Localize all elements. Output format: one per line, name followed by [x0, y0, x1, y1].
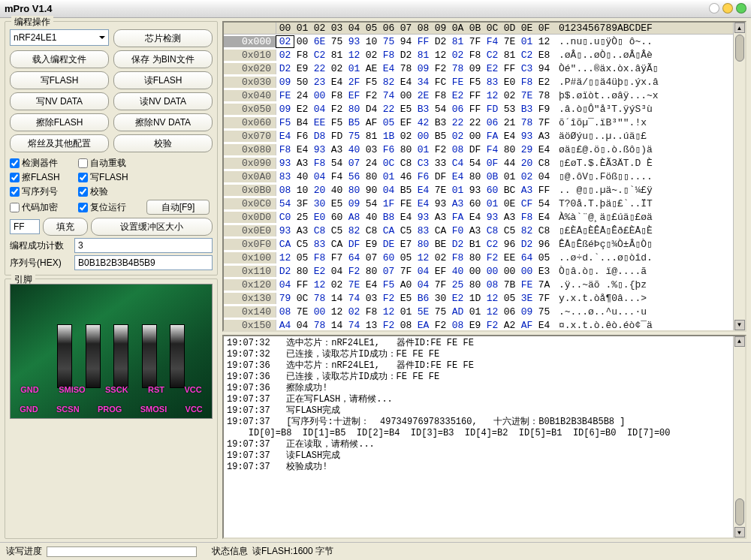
hex-row[interactable]: 0x0C0543F30E509541FFEE493A360010ECF54T?0…	[224, 197, 745, 210]
hex-byte[interactable]: 20	[518, 158, 535, 169]
hex-byte[interactable]: A3	[294, 225, 311, 236]
hex-byte[interactable]: 09	[345, 198, 363, 209]
hex-byte[interactable]: 02	[397, 131, 415, 142]
hex-byte[interactable]: 00	[311, 306, 328, 318]
hex-byte[interactable]: 02	[449, 50, 466, 61]
hex-byte[interactable]: 03	[363, 144, 380, 155]
hex-byte[interactable]: 09	[518, 306, 535, 318]
hex-byte[interactable]: E5	[328, 198, 345, 209]
auto-f9-button[interactable]: 自动[F9]	[146, 200, 210, 215]
hex-byte[interactable]: 14	[328, 293, 345, 304]
hex-byte[interactable]: 7E	[518, 90, 535, 101]
hex-byte[interactable]: 42	[415, 117, 432, 128]
hex-byte[interactable]: 01	[466, 306, 484, 318]
hex-byte[interactable]: 12	[484, 306, 501, 318]
hex-byte[interactable]: 01	[449, 185, 466, 196]
hex-byte[interactable]: B3	[518, 104, 535, 115]
hex-byte[interactable]: 60	[466, 198, 484, 209]
hex-byte[interactable]: 03	[363, 293, 380, 304]
hex-byte[interactable]: 00	[484, 266, 501, 277]
hex-byte[interactable]: FF	[535, 185, 553, 196]
hex-byte[interactable]: EF	[432, 266, 449, 277]
hex-row[interactable]: 0x0B008102040809004B5E47E019360BCA3FF.. …	[224, 183, 745, 197]
hex-byte[interactable]: 96	[535, 239, 553, 250]
hex-byte[interactable]: 93	[276, 158, 294, 169]
hex-byte[interactable]: F2	[345, 266, 363, 277]
hex-byte[interactable]: CA	[380, 225, 397, 236]
hex-byte[interactable]: 90	[363, 185, 380, 196]
hex-byte[interactable]: F8	[380, 50, 397, 61]
hex-byte[interactable]: E0	[311, 212, 328, 223]
hex-byte[interactable]: DF	[432, 171, 449, 182]
hex-byte[interactable]: C5	[397, 225, 415, 236]
hex-byte[interactable]: F2	[484, 320, 501, 331]
hex-byte[interactable]: A3	[518, 185, 535, 196]
hex-byte[interactable]: 80	[345, 104, 363, 115]
hex-byte[interactable]: 64	[345, 252, 363, 263]
hex-byte[interactable]: F5	[466, 77, 484, 88]
hex-byte[interactable]: F4	[328, 171, 345, 182]
hex-byte[interactable]: 08	[484, 279, 501, 291]
hex-byte[interactable]: 00	[501, 266, 518, 277]
hex-byte[interactable]: 7F	[466, 36, 484, 47]
hex-byte[interactable]: E4	[415, 198, 432, 209]
hex-byte[interactable]: 07	[345, 158, 363, 169]
hex-byte[interactable]: E0	[501, 77, 518, 88]
hex-byte[interactable]: 05	[501, 293, 518, 304]
hex-byte[interactable]: 94	[535, 63, 553, 74]
hex-byte[interactable]: 79	[276, 293, 294, 304]
hex-byte[interactable]: FF	[294, 279, 311, 291]
hex-byte[interactable]: 7E	[501, 36, 518, 47]
hex-row[interactable]: 0x030095023E42FF582E434FCFEF583E0F8E2.P#…	[224, 75, 745, 89]
hex-byte[interactable]: 05	[380, 117, 397, 128]
fuse-config-button[interactable]: 熔丝及其他配置	[10, 134, 109, 152]
hex-byte[interactable]: 23	[311, 77, 328, 88]
hex-byte[interactable]: F5	[328, 117, 345, 128]
hex-byte[interactable]: F9	[535, 104, 553, 115]
hex-byte[interactable]: C8	[363, 225, 380, 236]
scroll-down-icon[interactable]: ▼	[734, 320, 745, 330]
detect-button[interactable]: 芯片检测	[113, 29, 213, 47]
hex-row[interactable]: 0x070E4F6D8FD75811B0200B50200FAE493A3äöØ…	[224, 129, 745, 143]
hex-byte[interactable]: 80	[466, 252, 484, 263]
hex-byte[interactable]: B3	[432, 117, 449, 128]
hex-byte[interactable]: E2	[294, 104, 311, 115]
hex-byte[interactable]: 22	[466, 117, 484, 128]
hex-byte[interactable]: 80	[363, 171, 380, 182]
hex-byte[interactable]: 01	[484, 198, 501, 209]
hex-byte[interactable]: 2E	[415, 90, 432, 101]
hex-byte[interactable]: 22	[380, 104, 397, 115]
hex-byte[interactable]: F2	[380, 293, 397, 304]
hex-byte[interactable]: 78	[518, 117, 535, 128]
hex-byte[interactable]: 82	[380, 77, 397, 88]
hex-byte[interactable]: B5	[397, 185, 415, 196]
hex-byte[interactable]: BC	[501, 185, 518, 196]
erase-nv-button[interactable]: 擦除NV DATA	[113, 113, 213, 131]
hex-byte[interactable]: E4	[363, 279, 380, 291]
hex-byte[interactable]: 12	[484, 293, 501, 304]
hex-row[interactable]: 0x09093A3F85407240CC8C333C4540F4420C8▯£ø…	[224, 156, 745, 170]
hex-byte[interactable]: 96	[501, 239, 518, 250]
hex-byte[interactable]: 12	[311, 279, 328, 291]
hex-byte[interactable]: 54	[466, 158, 484, 169]
hex-byte[interactable]: 02	[449, 131, 466, 142]
hex-byte[interactable]: 0B	[484, 171, 501, 182]
hex-byte[interactable]: 02	[276, 50, 294, 61]
hex-byte[interactable]: 01	[380, 171, 397, 182]
hex-byte[interactable]: 93	[276, 225, 294, 236]
hex-byte[interactable]: E9	[466, 320, 484, 331]
hex-byte[interactable]: 10	[294, 185, 311, 196]
hex-byte[interactable]: 75	[328, 36, 345, 47]
hex-byte[interactable]: A8	[345, 212, 363, 223]
hex-byte[interactable]: F8	[518, 77, 535, 88]
hex-byte[interactable]: EF	[345, 90, 363, 101]
hex-byte[interactable]: FE	[518, 279, 535, 291]
checkbox-detect[interactable]: 检测器件	[10, 157, 77, 170]
hex-byte[interactable]: 07	[363, 252, 380, 263]
hex-byte[interactable]: C4	[449, 158, 466, 169]
save-bin-button[interactable]: 保存 为BIN文件	[113, 50, 213, 68]
hex-byte[interactable]: 12	[484, 90, 501, 101]
hex-row[interactable]: 0x0F0CAC583CADFE9DEE780BED2B1C296D296ÊÅ▯…	[224, 237, 745, 251]
hex-byte[interactable]: F2	[380, 320, 397, 331]
hex-byte[interactable]: 93	[345, 36, 363, 47]
